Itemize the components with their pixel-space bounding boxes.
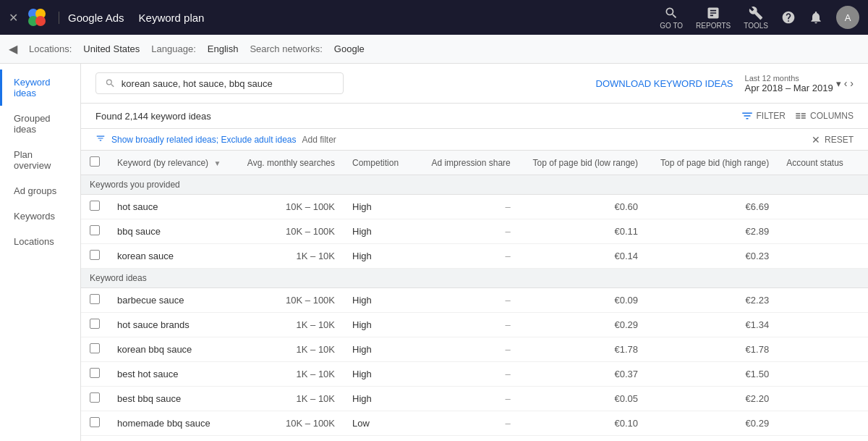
keyword-table: Keyword (by relevance) ▼ Avg. monthly se… [81,151,868,436]
main-layout: Keyword ideas Grouped ideas Plan overvie… [0,64,868,441]
filter-funnel-icon [95,133,106,146]
network-label: Search networks: [250,43,322,54]
help-icon[interactable] [781,10,796,25]
table-cell [778,244,868,269]
table-row: homemade bbq sauce10K – 100KLow–€0.10€0.… [81,411,868,436]
table-cell [778,313,868,337]
goto-icon[interactable]: GO TO [660,6,683,30]
table-cell [81,244,109,269]
table-section-header: Keywords you provided [81,175,868,195]
table-cell [778,362,868,387]
table-cell: – [419,387,519,411]
reports-icon[interactable]: REPORTS [696,6,731,30]
table-cell: €1.78 [519,337,647,362]
sort-arrow-icon[interactable]: ▼ [213,159,221,167]
table-cell: 10K – 100K [234,411,344,436]
reset-x-icon[interactable]: ✕ [812,134,820,146]
sidebar-item-keyword-ideas[interactable]: Keyword ideas [0,70,80,106]
reset-area[interactable]: ✕ RESET [812,134,854,146]
date-prev-icon[interactable]: ‹ [844,77,848,89]
search-box[interactable] [95,72,344,94]
row-checkbox[interactable] [90,201,100,211]
add-filter-button[interactable]: Add filter [302,135,336,145]
table-cell: best bbq sauce [109,387,234,411]
table-cell: €2.20 [647,387,778,411]
table-cell: best hot sauce [109,362,234,387]
download-button[interactable]: DOWNLOAD KEYWORD IDEAS [596,78,733,89]
filter-label: FILTER [757,111,786,121]
row-checkbox[interactable] [90,343,100,353]
row-checkbox[interactable] [90,250,100,260]
tools-label: TOOLS [744,22,768,30]
table-cell: korean bbq sauce [109,337,234,362]
table-cell: – [419,411,519,436]
sidebar-item-locations[interactable]: Locations [0,229,80,254]
columns-button[interactable]: COLUMNS [794,109,854,122]
location-bar: ◀ Locations: United States Language: Eng… [0,35,868,64]
search-icon [105,77,116,89]
table-cell: €6.69 [647,195,778,219]
search-area: DOWNLOAD KEYWORD IDEAS Last 12 months Ap… [81,64,868,104]
table-cell: hot sauce brands [109,313,234,337]
table-cell: €1.34 [647,313,778,337]
date-dropdown-icon[interactable]: ▾ [836,78,841,89]
close-icon[interactable]: ✕ [9,11,18,25]
date-next-icon[interactable]: › [850,77,854,89]
table-cell: €1.50 [647,362,778,387]
table-cell: €0.23 [647,244,778,269]
table-cell: 1K – 10K [234,313,344,337]
sidebar-item-keywords[interactable]: Keywords [0,203,80,229]
th-avg-searches: Avg. monthly searches [234,151,344,175]
date-range-area: Last 12 months Apr 2018 – Mar 2019 ▾ ‹ › [745,74,854,93]
avatar[interactable]: A [836,6,859,29]
bell-icon[interactable] [809,10,823,25]
table-cell: – [419,362,519,387]
reset-label[interactable]: RESET [825,135,854,145]
select-all-checkbox[interactable] [90,156,100,167]
table-cell: €2.23 [647,288,778,313]
filter-bar: Found 2,144 keyword ideas FILTER COLUMNS [81,104,868,129]
toggle-sidebar-icon[interactable]: ◀ [9,42,17,56]
table-cell: 10K – 100K [234,219,344,244]
table-cell [778,411,868,436]
table-cell: – [419,288,519,313]
filter-button[interactable]: FILTER [741,109,786,122]
th-competition: Competition [344,151,419,175]
table-cell [81,337,109,362]
row-checkbox[interactable] [90,294,100,304]
table-cell: €0.60 [519,195,647,219]
tools-icon[interactable]: TOOLS [744,6,768,30]
goto-label: GO TO [660,22,683,30]
table-row: best hot sauce1K – 10KHigh–€0.37€1.50 [81,362,868,387]
table-row: hot sauce10K – 100KHigh–€0.60€6.69 [81,195,868,219]
table-cell: €0.10 [519,411,647,436]
th-keyword-label: Keyword (by relevance) [117,158,208,168]
table-cell [81,219,109,244]
th-impression-share: Ad impression share [419,151,519,175]
search-input[interactable] [122,78,334,89]
table-cell: 1K – 10K [234,362,344,387]
table-cell [81,195,109,219]
top-nav: ✕ Google Ads Keyword plan GO TO REPORTS … [0,0,868,35]
table-cell: 1K – 10K [234,337,344,362]
table-cell [81,387,109,411]
table-cell: High [344,362,419,387]
table-cell: High [344,219,419,244]
table-cell [81,288,109,313]
row-checkbox[interactable] [90,319,100,329]
locations-value: United States [83,43,140,54]
row-checkbox[interactable] [90,392,100,403]
active-filter-row: Show broadly related ideas; Exclude adul… [81,129,868,151]
sidebar-item-ad-groups[interactable]: Ad groups [0,178,80,203]
table-cell: barbecue sauce [109,288,234,313]
table-cell: 10K – 100K [234,195,344,219]
row-checkbox[interactable] [90,368,100,378]
table-cell: High [344,337,419,362]
sidebar-item-grouped-ideas[interactable]: Grouped ideas [0,106,80,142]
row-checkbox[interactable] [90,417,100,427]
table-cell: 10K – 100K [234,288,344,313]
row-checkbox[interactable] [90,225,100,235]
table-cell: homemade bbq sauce [109,411,234,436]
active-filter-text[interactable]: Show broadly related ideas; Exclude adul… [111,135,297,145]
sidebar-item-plan-overview[interactable]: Plan overview [0,142,80,178]
